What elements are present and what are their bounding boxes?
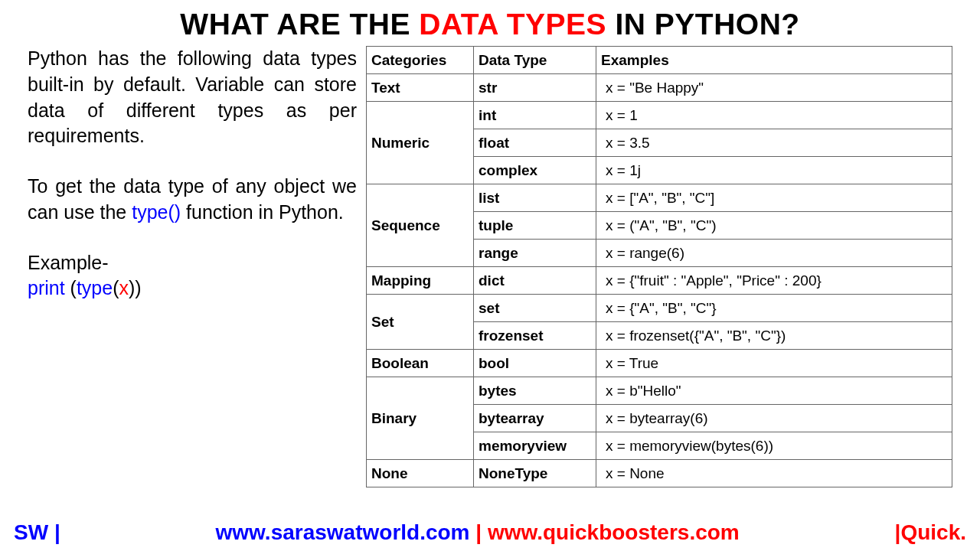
example-cell: x = {"fruit" : "Apple", "Price" : 200} [596,267,952,295]
footer-sw: SW | [14,520,60,545]
example-cell: x = "Be Happy" [596,74,952,102]
category-cell: Boolean [367,350,474,377]
example-cell: x = {"A", "B", "C"} [596,295,952,322]
footer: SW | www.saraswatworld.com | www.quickbo… [0,520,980,545]
datatype-cell: bool [474,350,596,377]
table-row: Numericintx = 1 [367,102,952,129]
example-cell: x = 1j [596,157,952,184]
datatype-cell: int [474,102,596,129]
example-cell: x = 3.5 [596,129,952,157]
datatype-cell: tuple [474,212,596,240]
category-cell: None [367,460,474,487]
table-row: Setsetx = {"A", "B", "C"} [367,295,952,322]
datatype-cell: frozenset [474,322,596,350]
footer-quick: |Quick. [895,520,966,545]
example-code: print (type(x)) [28,276,357,302]
col-categories: Categories [367,47,474,74]
table-row: Binarybytesx = b"Hello" [367,377,952,405]
category-cell: Set [367,295,474,350]
example-block: Example- print (type(x)) [28,250,357,302]
table-row: Mappingdictx = {"fruit" : "Apple", "Pric… [367,267,952,295]
footer-urls: www.saraswatworld.com | www.quickbooster… [216,520,740,545]
datatype-cell: complex [474,157,596,184]
col-examples: Examples [596,47,952,74]
example-cell: x = memoryview(bytes(6)) [596,432,952,460]
category-cell: Mapping [367,267,474,295]
description-panel: Python has the following data types buil… [28,46,357,487]
table-header-row: Categories Data Type Examples [367,47,952,74]
example-cell: x = ["A", "B", "C"] [596,184,952,212]
col-datatype: Data Type [474,47,596,74]
page-title: WHAT ARE THE DATA TYPES IN PYTHON? [0,0,980,46]
table-row: Sequencelistx = ["A", "B", "C"] [367,184,952,212]
example-cell: x = ("A", "B", "C") [596,212,952,240]
datatype-cell: list [474,184,596,212]
datatype-cell: memoryview [474,432,596,460]
table-row: NoneNoneTypex = None [367,460,952,487]
example-cell: x = True [596,350,952,377]
datatype-cell: float [474,129,596,157]
data-types-table: Categories Data Type Examples Textstrx =… [366,46,952,487]
category-cell: Binary [367,377,474,460]
title-part1: WHAT ARE THE [180,8,419,41]
datatype-cell: bytearray [474,405,596,432]
datatype-cell: str [474,74,596,102]
example-cell: x = b"Hello" [596,377,952,405]
example-cell: x = bytearray(6) [596,405,952,432]
type-function-paragraph: To get the data type of any object we ca… [28,174,357,226]
example-cell: x = 1 [596,102,952,129]
example-cell: x = range(6) [596,240,952,267]
title-part2: IN PYTHON? [606,8,800,41]
data-types-table-container: Categories Data Type Examples Textstrx =… [366,46,952,487]
category-cell: Numeric [367,102,474,184]
example-label: Example- [28,250,357,276]
datatype-cell: set [474,295,596,322]
datatype-cell: bytes [474,377,596,405]
category-cell: Text [367,74,474,102]
example-cell: x = None [596,460,952,487]
footer-url-saraswat: www.saraswatworld.com [216,520,470,544]
category-cell: Sequence [367,184,474,267]
table-row: Textstrx = "Be Happy" [367,74,952,102]
datatype-cell: NoneType [474,460,596,487]
datatype-cell: range [474,240,596,267]
footer-url-quickboosters: www.quickboosters.com [488,520,740,544]
datatype-cell: dict [474,267,596,295]
table-row: Booleanboolx = True [367,350,952,377]
example-cell: x = frozenset({"A", "B", "C"}) [596,322,952,350]
type-fn-highlight: type() [132,201,181,223]
title-highlight: DATA TYPES [419,8,606,41]
intro-paragraph: Python has the following data types buil… [28,46,357,149]
